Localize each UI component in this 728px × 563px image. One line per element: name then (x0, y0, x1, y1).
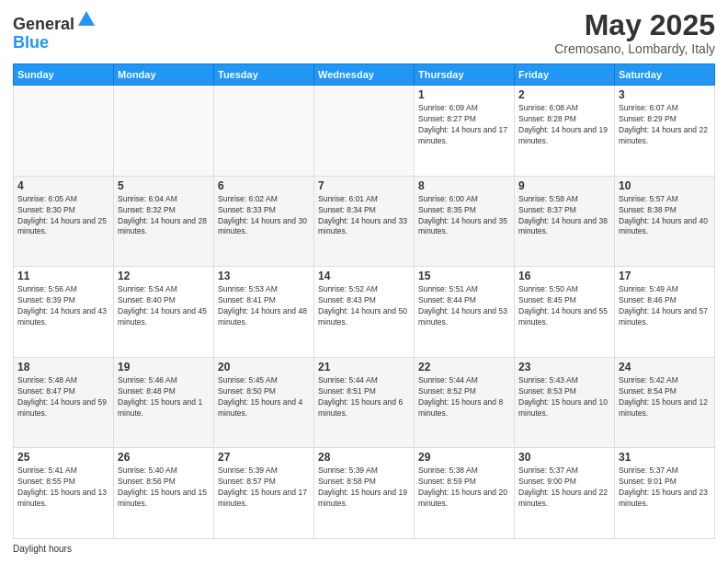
day-info: Sunrise: 5:52 AMSunset: 8:43 PMDaylight:… (318, 284, 410, 328)
day-number: 1 (418, 88, 510, 101)
day-info: Sunrise: 5:51 AMSunset: 8:44 PMDaylight:… (418, 284, 510, 328)
day-info: Sunrise: 5:38 AMSunset: 8:59 PMDaylight:… (418, 465, 510, 510)
day-number: 25 (17, 451, 109, 464)
calendar-cell: 24Sunrise: 5:42 AMSunset: 8:54 PMDayligh… (615, 357, 715, 448)
day-info: Sunrise: 5:54 AMSunset: 8:40 PMDaylight:… (118, 284, 210, 328)
month-title: May 2025 (554, 9, 715, 41)
day-number: 7 (318, 179, 410, 192)
day-info: Sunrise: 5:45 AMSunset: 8:50 PMDaylight:… (218, 375, 310, 419)
calendar-cell: 2Sunrise: 6:08 AMSunset: 8:28 PMDaylight… (515, 86, 615, 177)
calendar-cell: 26Sunrise: 5:40 AMSunset: 8:56 PMDayligh… (114, 448, 214, 539)
calendar-cell: 31Sunrise: 5:37 AMSunset: 9:01 PMDayligh… (615, 448, 715, 539)
header: General Blue May 2025 Cremosano, Lombard… (13, 9, 715, 56)
weekday-header-monday: Monday (114, 64, 214, 86)
week-row-5: 25Sunrise: 5:41 AMSunset: 8:55 PMDayligh… (14, 448, 715, 539)
logo: General Blue (13, 9, 97, 52)
calendar-cell: 23Sunrise: 5:43 AMSunset: 8:53 PMDayligh… (515, 357, 615, 448)
day-info: Sunrise: 5:44 AMSunset: 8:52 PMDaylight:… (418, 375, 510, 419)
calendar-cell: 22Sunrise: 5:44 AMSunset: 8:52 PMDayligh… (415, 357, 515, 448)
day-number: 18 (17, 361, 109, 373)
svg-marker-0 (78, 11, 95, 26)
logo-general: General (13, 15, 74, 33)
day-number: 26 (118, 451, 210, 464)
day-number: 5 (118, 179, 210, 192)
day-info: Sunrise: 5:39 AMSunset: 8:58 PMDaylight:… (318, 465, 410, 510)
weekday-header-tuesday: Tuesday (214, 64, 314, 86)
calendar-cell: 9Sunrise: 5:58 AMSunset: 8:37 PMDaylight… (515, 176, 615, 267)
calendar-cell: 4Sunrise: 6:05 AMSunset: 8:30 PMDaylight… (14, 176, 114, 267)
calendar-cell: 15Sunrise: 5:51 AMSunset: 8:44 PMDayligh… (415, 267, 515, 358)
calendar-cell: 6Sunrise: 6:02 AMSunset: 8:33 PMDaylight… (214, 176, 314, 267)
calendar-cell: 5Sunrise: 6:04 AMSunset: 8:32 PMDaylight… (114, 176, 214, 267)
day-info: Sunrise: 5:44 AMSunset: 8:51 PMDaylight:… (318, 375, 410, 419)
day-info: Sunrise: 5:43 AMSunset: 8:53 PMDaylight:… (518, 375, 610, 419)
day-number: 22 (418, 361, 510, 373)
day-info: Sunrise: 6:07 AMSunset: 8:29 PMDaylight:… (619, 103, 711, 147)
day-number: 16 (518, 270, 610, 282)
logo-blue-text: Blue (13, 34, 97, 52)
day-info: Sunrise: 5:56 AMSunset: 8:39 PMDaylight:… (17, 284, 109, 328)
day-number: 27 (218, 451, 310, 464)
calendar-cell: 13Sunrise: 5:53 AMSunset: 8:41 PMDayligh… (214, 267, 314, 358)
week-row-2: 4Sunrise: 6:05 AMSunset: 8:30 PMDaylight… (14, 176, 715, 267)
calendar-cell: 20Sunrise: 5:45 AMSunset: 8:50 PMDayligh… (214, 357, 314, 448)
day-info: Sunrise: 6:09 AMSunset: 8:27 PMDaylight:… (418, 103, 510, 147)
day-info: Sunrise: 5:41 AMSunset: 8:55 PMDaylight:… (17, 465, 109, 510)
week-row-3: 11Sunrise: 5:56 AMSunset: 8:39 PMDayligh… (14, 267, 715, 358)
day-info: Sunrise: 6:05 AMSunset: 8:30 PMDaylight:… (17, 194, 109, 238)
day-number: 10 (619, 179, 711, 192)
day-number: 6 (218, 179, 310, 192)
day-number: 12 (118, 270, 210, 282)
day-info: Sunrise: 6:00 AMSunset: 8:35 PMDaylight:… (418, 194, 510, 238)
calendar-cell: 19Sunrise: 5:46 AMSunset: 8:48 PMDayligh… (114, 357, 214, 448)
calendar-cell: 30Sunrise: 5:37 AMSunset: 9:00 PMDayligh… (515, 448, 615, 539)
day-info: Sunrise: 5:49 AMSunset: 8:46 PMDaylight:… (619, 284, 711, 328)
page: General Blue May 2025 Cremosano, Lombard… (0, 0, 728, 563)
day-info: Sunrise: 5:53 AMSunset: 8:41 PMDaylight:… (218, 284, 310, 328)
day-number: 4 (17, 179, 109, 192)
day-info: Sunrise: 5:42 AMSunset: 8:54 PMDaylight:… (619, 375, 711, 419)
calendar-cell: 10Sunrise: 5:57 AMSunset: 8:38 PMDayligh… (615, 176, 715, 267)
day-info: Sunrise: 5:50 AMSunset: 8:45 PMDaylight:… (518, 284, 610, 328)
calendar-cell: 29Sunrise: 5:38 AMSunset: 8:59 PMDayligh… (415, 448, 515, 539)
calendar-cell: 16Sunrise: 5:50 AMSunset: 8:45 PMDayligh… (515, 267, 615, 358)
calendar-cell: 14Sunrise: 5:52 AMSunset: 8:43 PMDayligh… (314, 267, 415, 358)
day-number: 24 (619, 361, 711, 373)
day-number: 14 (318, 270, 410, 282)
title-block: May 2025 Cremosano, Lombardy, Italy (554, 9, 715, 56)
logo-blue: Blue (13, 33, 49, 52)
calendar-cell (114, 86, 214, 177)
day-number: 20 (218, 361, 310, 373)
weekday-header-row: SundayMondayTuesdayWednesdayThursdayFrid… (14, 64, 715, 86)
day-info: Sunrise: 5:46 AMSunset: 8:48 PMDaylight:… (118, 375, 210, 419)
day-info: Sunrise: 5:57 AMSunset: 8:38 PMDaylight:… (619, 194, 711, 238)
location: Cremosano, Lombardy, Italy (554, 41, 715, 56)
day-number: 23 (518, 361, 610, 373)
calendar-cell: 12Sunrise: 5:54 AMSunset: 8:40 PMDayligh… (114, 267, 214, 358)
day-info: Sunrise: 5:39 AMSunset: 8:57 PMDaylight:… (218, 465, 310, 510)
day-number: 11 (17, 270, 109, 282)
day-info: Sunrise: 5:40 AMSunset: 8:56 PMDaylight:… (118, 465, 210, 510)
weekday-header-thursday: Thursday (415, 64, 515, 86)
calendar-cell: 3Sunrise: 6:07 AMSunset: 8:29 PMDaylight… (615, 86, 715, 177)
calendar-cell (214, 86, 314, 177)
calendar-cell: 11Sunrise: 5:56 AMSunset: 8:39 PMDayligh… (14, 267, 114, 358)
day-number: 30 (518, 451, 610, 464)
day-number: 21 (318, 361, 410, 373)
calendar-cell: 17Sunrise: 5:49 AMSunset: 8:46 PMDayligh… (615, 267, 715, 358)
day-info: Sunrise: 6:01 AMSunset: 8:34 PMDaylight:… (318, 194, 410, 238)
day-number: 3 (619, 88, 711, 101)
calendar-cell: 28Sunrise: 5:39 AMSunset: 8:58 PMDayligh… (314, 448, 415, 539)
daylight-label: Daylight hours (13, 544, 72, 554)
week-row-4: 18Sunrise: 5:48 AMSunset: 8:47 PMDayligh… (14, 357, 715, 448)
day-number: 13 (218, 270, 310, 282)
logo-icon (76, 9, 97, 29)
calendar-cell: 8Sunrise: 6:00 AMSunset: 8:35 PMDaylight… (415, 176, 515, 267)
day-number: 2 (518, 88, 610, 101)
calendar-cell: 7Sunrise: 6:01 AMSunset: 8:34 PMDaylight… (314, 176, 415, 267)
calendar-cell: 21Sunrise: 5:44 AMSunset: 8:51 PMDayligh… (314, 357, 415, 448)
day-number: 19 (118, 361, 210, 373)
weekday-header-wednesday: Wednesday (314, 64, 415, 86)
calendar-table: SundayMondayTuesdayWednesdayThursdayFrid… (13, 63, 715, 539)
logo-text: General (13, 9, 97, 34)
